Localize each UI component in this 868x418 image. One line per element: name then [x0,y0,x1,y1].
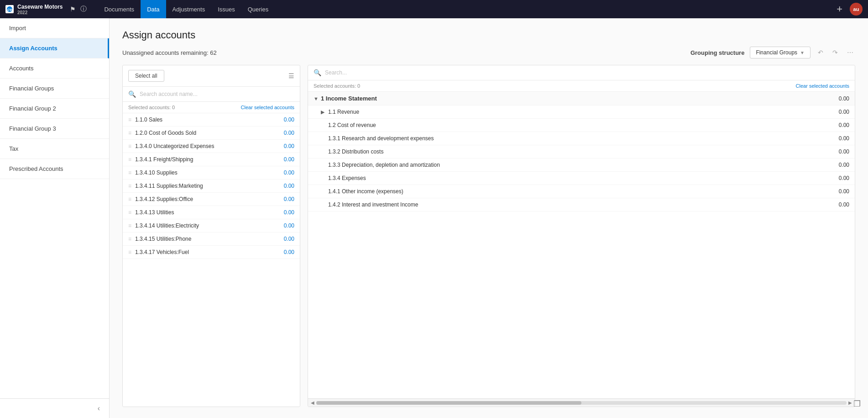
sidebar-item-tax[interactable]: Tax [0,139,109,159]
flag-icon[interactable]: ⚑ [70,5,76,13]
account-row[interactable]: ≡ 1.1.0 Sales 0.00 [123,113,300,127]
sidebar-item-financial-group-3[interactable]: Financial Group 3 [0,119,109,139]
grouping-label: Grouping structure [690,49,744,56]
account-row[interactable]: ≡ 1.3.4.1 Freight/Shipping 0.00 [123,153,300,166]
undo-icon[interactable]: ↶ [816,47,825,58]
tree-row[interactable]: 1.4.1 Other income (expenses) 0.00 [308,185,855,198]
drag-handle-icon: ≡ [128,222,131,229]
info-icon[interactable]: ⓘ [80,5,87,13]
tab-queries[interactable]: Queries [241,0,275,18]
horizontal-scrollbar[interactable]: ◀ ▶ [308,398,855,407]
tab-documents[interactable]: Documents [98,0,141,18]
tree-row[interactable]: 1.3.1 Research and development expenses … [308,132,855,145]
account-row[interactable]: ≡ 1.3.4.13 Utilities 0.00 [123,206,300,219]
expand-icon[interactable]: ❐ [853,399,861,409]
tab-issues[interactable]: Issues [211,0,241,18]
tree-label: 1.3.1 Research and development expenses [328,135,839,142]
drag-handle-icon: ≡ [128,183,131,189]
drag-handle-icon: ≡ [128,169,131,176]
account-name: 1.3.4.13 Utilities [135,209,280,216]
tree-value: 0.00 [839,175,849,181]
select-all-button[interactable]: Select all [128,70,164,82]
tab-data[interactable]: Data [141,0,166,18]
tree-expand-icon[interactable]: ▶ [321,109,328,115]
account-name: 1.3.4.0 Uncategorized Expenses [135,143,280,149]
sidebar-collapse-icon[interactable]: ‹ [98,404,100,413]
nav-tabs: Documents Data Adjustments Issues Querie… [98,0,275,18]
more-options-icon[interactable]: ⋯ [845,47,855,58]
account-name: 1.3.4.10 Supplies [135,169,280,176]
sidebar-item-accounts[interactable]: Accounts [0,58,109,79]
account-row[interactable]: ≡ 1.3.4.15 Utilities:Phone 0.00 [123,233,300,246]
right-selected-count: Selected accounts: 0 [314,83,360,89]
drag-handle-icon: ≡ [128,116,131,123]
account-row[interactable]: ≡ 1.3.4.10 Supplies 0.00 [123,166,300,180]
account-value: 0.00 [284,236,294,242]
tree-row[interactable]: 1.2 Cost of revenue 0.00 [308,119,855,132]
account-row[interactable]: ≡ 1.3.4.0 Uncategorized Expenses 0.00 [123,140,300,153]
filter-icon[interactable]: ☰ [288,72,294,79]
tree-label: 1.3.2 Distribution costs [328,148,839,155]
search-icon: 🔍 [128,90,136,98]
account-value: 0.00 [284,143,294,149]
grouping-dropdown[interactable]: Financial Groups ▼ [750,47,810,58]
tree-label: 1.1 Revenue [328,109,839,115]
hscroll-track[interactable] [316,401,847,405]
sidebar-item-financial-group-2[interactable]: Financial Group 2 [0,99,109,119]
scroll-left-icon[interactable]: ◀ [311,400,314,405]
account-row[interactable]: ≡ 1.3.4.17 Vehicles:Fuel 0.00 [123,246,300,259]
sidebar-item-prescribed-accounts[interactable]: Prescribed Accounts [0,159,109,179]
account-name: 1.2.0 Cost of Goods Sold [135,130,280,136]
tree-label: 1.2 Cost of revenue [328,122,839,128]
grouping-selected-text: Financial Groups [756,49,797,56]
right-search-input[interactable] [325,69,849,76]
account-value: 0.00 [284,183,294,189]
sidebar-item-financial-groups[interactable]: Financial Groups [0,79,109,99]
account-row[interactable]: ≡ 1.2.0 Cost of Goods Sold 0.00 [123,127,300,140]
tree-spacer [321,122,328,128]
hscroll-thumb [316,401,581,405]
tree-spacer [321,162,328,168]
left-search-input[interactable] [140,91,294,97]
chevron-down-icon: ▼ [800,50,805,55]
left-clear-link[interactable]: Clear selected accounts [241,105,294,110]
drag-handle-icon: ≡ [128,130,131,136]
tree-row[interactable]: 1.3.3 Depreciation, depletion and amorti… [308,159,855,172]
tree-expand-icon[interactable]: ▼ [314,96,321,101]
account-name: 1.3.4.1 Freight/Shipping [135,156,280,163]
account-value: 0.00 [284,130,294,136]
account-row[interactable]: ≡ 1.3.4.11 Supplies:Marketing 0.00 [123,180,300,193]
tree-value: 0.00 [839,109,849,115]
avatar: au [850,3,863,16]
account-value: 0.00 [284,116,294,123]
right-search-bar: 🔍 [308,65,855,80]
tree-row[interactable]: 1.3.4 Expenses 0.00 [308,172,855,185]
left-panel-header: Select all ☰ [123,65,300,87]
sidebar-item-assign-accounts[interactable]: Assign Accounts [0,38,109,58]
account-value: 0.00 [284,169,294,176]
tree-value: 0.00 [839,162,849,168]
right-clear-link[interactable]: Clear selected accounts [796,83,849,89]
tree-spacer [321,175,328,181]
redo-icon[interactable]: ↷ [831,47,840,58]
tree-row[interactable]: ▼ 1 Income Statement 0.00 [308,92,855,106]
tab-adjustments[interactable]: Adjustments [166,0,212,18]
scroll-right-icon[interactable]: ▶ [848,400,852,405]
tree-spacer [321,149,328,154]
tree-spacer [321,136,328,141]
tree-row[interactable]: 1.3.2 Distribution costs 0.00 [308,145,855,159]
add-button[interactable]: + [837,3,842,15]
tree-row[interactable]: 1.4.2 Interest and investment Income 0.0… [308,198,855,212]
tree-row[interactable]: ▶ 1.1 Revenue 0.00 [308,106,855,119]
sidebar-item-import[interactable]: Import [0,18,109,38]
account-value: 0.00 [284,196,294,202]
account-name: 1.1.0 Sales [135,116,280,123]
account-row[interactable]: ≡ 1.3.4.14 Utilities:Electricity 0.00 [123,219,300,233]
account-row[interactable]: ≡ 1.3.4.12 Supplies:Office 0.00 [123,193,300,206]
tree-label: 1.3.4 Expenses [328,175,839,181]
toolbar-right: Grouping structure Financial Groups ▼ ↶ … [690,47,855,58]
nav-icons: ⚑ ⓘ [70,5,87,13]
tree-label: 1 Income Statement [321,95,839,102]
brand-name: Caseware Motors [17,4,63,10]
tree-value: 0.00 [839,188,849,195]
